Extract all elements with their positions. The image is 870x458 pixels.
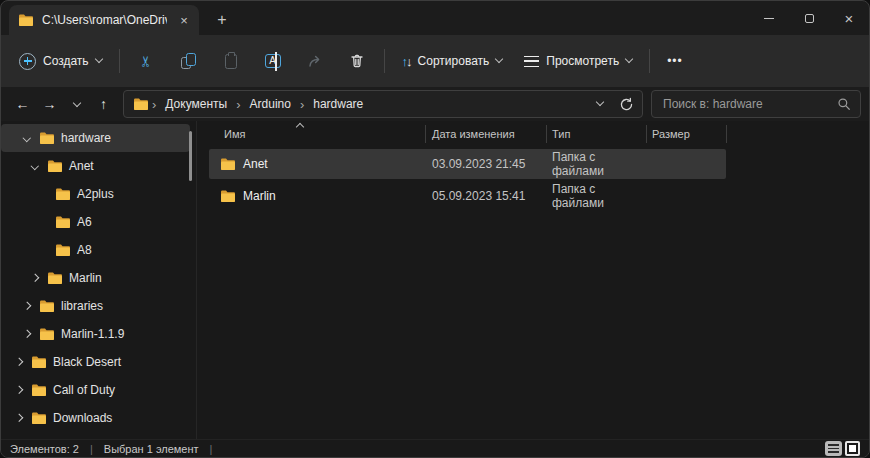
delete-button[interactable] [337,43,377,79]
content-area: hardwareAnetA2plusA6A8MarlinlibrariesMar… [1,121,869,439]
sidebar-item-label: Downloads [53,411,112,425]
sidebar-item-label: libraries [61,299,103,313]
refresh-icon [619,97,634,112]
copy-button[interactable] [169,43,209,79]
file-list: Anet03.09.2023 21:45Папка с файламиMarli… [209,147,726,213]
file-modified-date: 03.09.2023 21:45 [425,157,546,171]
clipboard-icon [225,54,237,69]
column-headers: Имя Дата изменения Тип Размер [197,121,869,147]
back-button[interactable]: ← [9,91,36,117]
sidebar-item-libraries[interactable]: libraries [1,292,190,320]
thumbnail-view-toggle[interactable] [845,441,860,456]
breadcrumb-hardware[interactable]: hardware [307,97,369,111]
sidebar-item-label: A8 [77,243,92,257]
window-controls: × [749,1,869,35]
sidebar-scrollbar[interactable] [189,131,192,181]
file-row-marlin[interactable]: Marlin05.09.2023 15:41Папка с файлами [209,181,726,211]
search-icon [837,97,851,111]
sort-button[interactable]: ↑↓ Сортировать [392,43,513,79]
paste-button[interactable] [211,43,251,79]
details-view-toggle[interactable] [825,441,842,456]
column-separator[interactable] [546,125,547,143]
selection-count: Выбран 1 элемент [104,443,199,455]
folder-icon [39,327,55,341]
sidebar-item-label: Black Desert [53,355,121,369]
tab-title: C:\Users\romar\OneDrive\До [42,13,167,27]
chevron-down-icon[interactable] [27,163,43,169]
folder-icon [133,97,149,111]
folder-tree: hardwareAnetA2plusA6A8MarlinlibrariesMar… [1,121,196,439]
chevron-down-icon[interactable] [19,135,35,141]
folder-icon [55,215,71,229]
column-separator[interactable] [646,125,647,143]
chevron-right-icon[interactable] [11,387,27,393]
breadcrumb-arduino[interactable]: Arduino [244,97,297,111]
recent-locations-button[interactable] [63,91,90,117]
column-header-modified[interactable]: Дата изменения [425,128,546,140]
sidebar-item-black-desert[interactable]: Black Desert [1,348,190,376]
forward-button[interactable]: → [36,91,63,117]
copy-icon [181,53,196,69]
breadcrumb-separator: › [235,97,241,112]
column-header-type[interactable]: Тип [546,128,646,140]
cut-button[interactable]: ✂ [127,43,167,79]
sidebar-item-call-of-duty[interactable]: Call of Duty [1,376,190,404]
sidebar-item-label: hardware [61,131,111,145]
search-box [651,90,861,118]
status-separator: | [210,443,213,455]
sidebar-item-marlin[interactable]: Marlin [1,264,190,292]
sidebar-item-a8[interactable]: A8 [1,236,190,264]
folder-icon [47,159,63,173]
titlebar: C:\Users\romar\OneDrive\До × + × [1,1,869,35]
explorer-tab[interactable]: C:\Users\romar\OneDrive\До × [9,5,199,35]
chevron-down-icon [625,55,633,63]
sidebar-item-hardware[interactable]: hardware [1,124,190,152]
breadcrumb-documents[interactable]: Документы [159,97,233,111]
view-button-label: Просмотреть [546,54,619,68]
toolbar-divider [119,49,120,73]
folder-icon [39,299,55,313]
search-input[interactable] [661,96,831,112]
chevron-right-icon[interactable] [27,275,43,281]
sidebar-item-partial[interactable] [1,432,190,439]
sidebar-item-downloads[interactable]: Downloads [1,404,190,432]
close-button[interactable]: × [829,1,869,35]
minimize-button[interactable] [749,1,789,35]
new-tab-button[interactable]: + [209,8,235,32]
folder-icon [55,187,71,201]
share-button[interactable] [295,43,335,79]
address-bar[interactable]: › Документы › Arduino › hardware [123,90,643,118]
sort-arrows-icon: ↑↓ [402,54,411,69]
maximize-button[interactable] [789,1,829,35]
column-header-name[interactable]: Имя [197,128,425,140]
file-explorer-window: C:\Users\romar\OneDrive\До × + × Создать… [0,0,870,458]
column-separator[interactable] [425,125,426,143]
chevron-right-icon[interactable] [19,331,35,337]
scissors-icon: ✂ [138,55,156,68]
chevron-right-icon[interactable] [11,359,27,365]
address-dropdown-button[interactable] [588,92,612,116]
file-row-anet[interactable]: Anet03.09.2023 21:45Папка с файлами [209,149,726,179]
chevron-right-icon[interactable] [19,303,35,309]
refresh-button[interactable] [614,92,638,116]
more-options-button[interactable]: ••• [657,43,693,79]
folder-icon [31,355,47,369]
sidebar-item-label: Anet [69,159,94,173]
up-button[interactable]: ↑ [90,91,117,117]
sidebar-item-a6[interactable]: A6 [1,208,190,236]
view-button[interactable]: Просмотреть [514,43,642,79]
folder-icon [47,271,63,285]
tab-close-icon[interactable]: × [175,11,193,29]
chevron-right-icon[interactable] [11,415,27,421]
sort-button-label: Сортировать [418,54,490,68]
sidebar-item-marlin-1-1-9[interactable]: Marlin-1.1.9 [1,320,190,348]
column-separator[interactable] [726,125,727,143]
file-pane: Имя Дата изменения Тип Размер Anet03.09.… [196,121,869,439]
sidebar-item-a2plus[interactable]: A2plus [1,180,190,208]
maximize-icon [805,14,814,23]
new-button[interactable]: Создать [9,43,112,79]
sidebar-item-anet[interactable]: Anet [1,152,190,180]
ellipsis-icon: ••• [667,54,683,68]
rename-button[interactable]: A [253,43,293,79]
column-header-size[interactable]: Размер [646,128,726,140]
